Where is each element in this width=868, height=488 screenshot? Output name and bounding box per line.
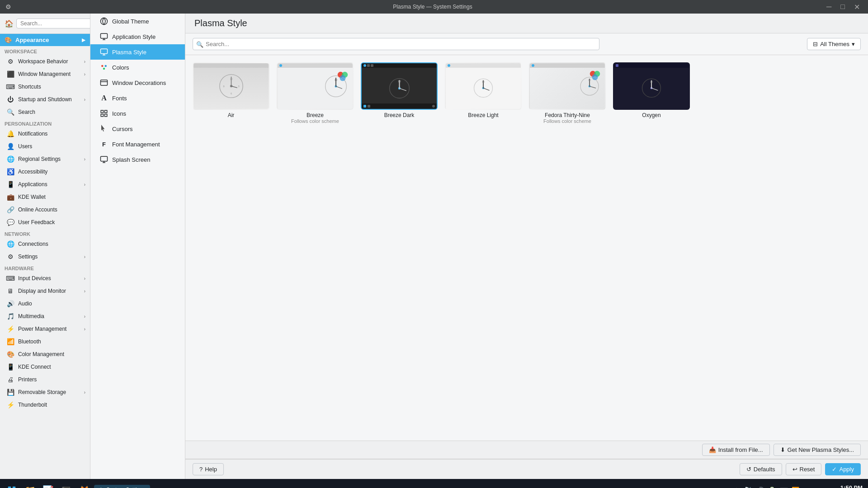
kde-connect-icon: 📱 [6,363,14,371]
close-button[interactable]: ✕ [851,2,863,12]
appearance-item-font-management[interactable]: F Font Management [90,136,185,152]
window-management-icon: ⬛ [6,70,14,78]
theme-card-air[interactable]: 12 6 9 3 Air [193,62,269,433]
sidebar-item-notifications[interactable]: 🔔 Notifications [0,127,90,140]
sidebar-item-applications[interactable]: 📱 Applications › [0,178,90,191]
theme-name-breeze: Breeze [277,112,354,118]
appearance-item-cursors[interactable]: Cursors [90,121,185,136]
get-new-styles-button[interactable]: ⬇ Get New Plasma Styles... [774,444,861,456]
sidebar-item-color-management[interactable]: 🎨 Color Management [0,348,90,361]
appearance-item-fonts[interactable]: A Fonts [90,90,185,106]
titlebar-left-spacer: ⚙ [5,3,42,10]
sidebar-item-network-settings[interactable]: ⚙ Settings › [0,250,90,263]
svg-line-32 [399,88,406,90]
appearance-item-application-style[interactable]: Application Style [90,29,185,44]
workspace-section-header: Workspace [0,46,90,55]
bottom-bar-right: ↺ Defaults ↩ Reset ✓ Apply [740,463,861,475]
apply-icon: ✓ [832,466,837,473]
taskbar-active-app[interactable]: ⚙ System Settings [94,485,150,488]
removable-storage-chevron: › [84,390,85,395]
appearance-item-window-decorations[interactable]: Window Decorations [90,75,185,90]
appearance-item-plasma-style[interactable]: Plasma Style [90,44,185,60]
minimize-button[interactable]: ─ [824,2,834,12]
theme-card-breeze[interactable]: 12 [277,62,354,433]
sidebar-item-printers[interactable]: 🖨 Printers [0,373,90,386]
power-management-chevron: › [84,327,85,332]
sidebar-item-user-feedback[interactable]: 💬 User Feedback [0,216,90,229]
sidebar-item-bluetooth[interactable]: 📶 Bluetooth [0,335,90,348]
tray-camera-icon[interactable]: 📷 [814,485,824,488]
reset-icon: ↩ [793,466,797,473]
tray-display-icon[interactable]: 🖥 [802,485,812,488]
taskbar-terminal[interactable]: ⬛ [58,482,74,488]
sidebar-item-users[interactable]: 👤 Users [0,140,90,153]
svg-rect-9 [105,110,107,113]
sidebar-item-power-management[interactable]: ⚡ Power Management › [0,323,90,335]
tray-audio-icon[interactable]: 🔊 [755,485,765,488]
sidebar-item-thunderbolt[interactable]: ⚡ Thunderbolt [0,399,90,411]
kde-wallet-icon: 💼 [6,193,14,201]
tray-network-icon[interactable]: 📡 [744,485,754,488]
svg-text:6: 6 [230,92,231,95]
online-accounts-label: Online Accounts [18,206,85,213]
tray-battery-icon[interactable]: 🔋 [767,485,777,488]
sidebar-item-multimedia[interactable]: 🎵 Multimedia › [0,310,90,323]
taskbar-text-editor[interactable]: 📝 [40,482,56,488]
home-button[interactable]: 🏠 [5,17,14,30]
sidebar-item-input-devices[interactable]: ⌨ Input Devices › [0,272,90,285]
sidebar-item-startup-shutdown[interactable]: ⏻ Startup and Shutdown › [0,93,90,106]
tray-settings-icon[interactable]: ⚙ [732,485,742,488]
sidebar-item-connections[interactable]: 🌐 Connections [0,238,90,250]
taskbar-browser[interactable]: 🦊 [76,482,92,488]
sidebar-item-search[interactable]: 🔍 Search [0,106,90,118]
filter-button[interactable]: ⊟ All Themes ▾ [807,38,861,50]
svg-rect-11 [101,114,103,117]
sidebar-item-audio[interactable]: 🔊 Audio [0,297,90,310]
appearance-item-icons[interactable]: Icons [90,106,185,121]
accessibility-label: Accessibility [18,169,85,175]
apply-button[interactable]: ✓ Apply [825,463,861,475]
sidebar-item-display-monitor[interactable]: 🖥 Display and Monitor › [0,285,90,297]
theme-search-input[interactable] [193,38,599,50]
sidebar-item-removable-storage[interactable]: 💾 Removable Storage › [0,386,90,399]
tray-bluetooth-icon[interactable]: 📶 [791,485,801,488]
sidebar-search-input[interactable] [16,19,90,28]
window-management-label: Window Management [18,71,80,77]
sidebar-item-accessibility[interactable]: ♿ Accessibility [0,165,90,178]
maximize-button[interactable]: □ [838,2,848,12]
defaults-icon: ↺ [746,466,751,473]
font-management-label: Font Management [112,141,160,148]
help-button[interactable]: ? Help [193,463,224,475]
icons-icon [99,109,108,118]
sidebar-item-workspace-behavior[interactable]: ⚙ Workspace Behavior › [0,55,90,68]
theme-name-oxygen: Oxygen [613,112,690,118]
sidebar-item-online-accounts[interactable]: 🔗 Online Accounts [0,203,90,216]
theme-card-breeze-light[interactable]: 12 Breeze Light [445,62,522,433]
defaults-button[interactable]: ↺ Defaults [740,463,782,475]
taskbar: 📁 📝 ⬛ 🦊 ⚙ System Settings C O M ⚙ 📡 🔊 🔋 … [0,479,868,488]
reset-button[interactable]: ↩ Reset [786,463,822,475]
theme-card-breeze-dark[interactable]: 12 Breeze Dark [361,62,438,433]
workspace-behavior-label: Workspace Behavior [18,58,80,65]
sidebar-item-shortcuts[interactable]: ⌨ Shortcuts [0,80,90,93]
sidebar-item-kde-wallet[interactable]: 💼 KDE Wallet [0,191,90,203]
appearance-item-global-theme[interactable]: Global Theme [90,14,185,29]
taskbar-file-manager[interactable]: 📁 [22,482,38,488]
sidebar-item-kde-connect[interactable]: 📱 KDE Connect [0,361,90,373]
application-style-label: Application Style [112,33,156,40]
sidebar-item-window-management[interactable]: ⬛ Window Management › [0,68,90,80]
svg-point-46 [592,74,598,80]
theme-card-oxygen[interactable]: 12 Oxygen [613,62,690,433]
clock[interactable]: 1:50 PM 2/12/24 [840,484,863,488]
taskbar-app-menu[interactable] [4,482,20,488]
theme-card-fedora[interactable]: 12 [529,62,606,433]
tray-expand-icon[interactable]: ▲ [826,485,836,488]
appearance-item-splash-screen[interactable]: Splash Screen [90,152,185,167]
sidebar-item-regional-settings[interactable]: 🌐 Regional Settings › [0,153,90,165]
sidebar-item-appearance[interactable]: 🎨 Appearance ▶ [0,34,90,46]
install-from-file-button[interactable]: 📥 Install from File... [702,444,770,456]
tray-keyboard-icon[interactable]: ⌨ [779,485,789,488]
appearance-item-colors[interactable]: Colors [90,60,185,75]
personalization-section-header: Personalization [0,118,90,127]
cursors-label: Cursors [112,126,133,132]
